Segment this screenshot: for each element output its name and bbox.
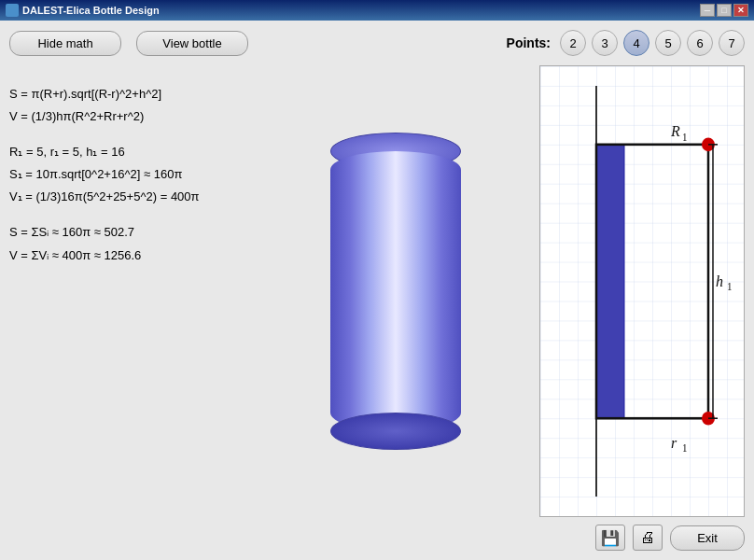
values-section: R₁ = 5, r₁ = 5, h₁ = 16 S₁ = 10π.sqrt[0^… — [9, 142, 252, 209]
svg-text:1: 1 — [727, 281, 732, 292]
maximize-button[interactable]: □ — [717, 4, 732, 17]
svg-text:1: 1 — [682, 442, 687, 454]
main-window: Hide math View bottle Points: 2 3 4 5 6 … — [0, 21, 754, 560]
point-btn-7[interactable]: 7 — [719, 30, 745, 56]
point-btn-5[interactable]: 5 — [655, 30, 681, 56]
minimize-button[interactable]: ─ — [700, 4, 715, 17]
view-bottle-button[interactable]: View bottle — [136, 31, 248, 56]
math-panel: S = π(R+r).sqrt[(R-r)^2+h^2] V = (1/3)hπ… — [9, 65, 252, 517]
app-icon — [6, 4, 19, 17]
values-line3: V₁ = (1/3)16π(5^2+25+5^2) = 400π — [9, 187, 252, 207]
window-controls: ─ □ ✕ — [700, 4, 748, 17]
save-button[interactable]: 💾 — [595, 525, 625, 551]
bottle-3d — [321, 133, 470, 450]
exit-button[interactable]: Exit — [670, 525, 745, 551]
toolbar: Hide math View bottle Points: 2 3 4 5 6 … — [9, 30, 745, 56]
points-section: Points: 2 3 4 5 6 7 — [507, 30, 745, 56]
cylinder-body — [330, 151, 461, 431]
diagram-panel: R 1 r 1 h 1 — [539, 65, 745, 517]
close-button[interactable]: ✕ — [733, 4, 748, 17]
values-line2: S₁ = 10π.sqrt[0^2+16^2] ≈ 160π — [9, 164, 252, 185]
bottle-panel — [261, 65, 530, 517]
svg-rect-3 — [596, 145, 624, 418]
svg-rect-1 — [540, 66, 745, 516]
window-title: DALEST-Elica Bottle Design — [22, 5, 160, 16]
content-area: S = π(R+r).sqrt[(R-r)^2+h^2] V = (1/3)hπ… — [9, 65, 745, 517]
title-bar: DALEST-Elica Bottle Design ─ □ ✕ — [0, 0, 754, 21]
totals-section: S = ΣSᵢ ≈ 160π ≈ 502.7 V = ΣVᵢ ≈ 400π ≈ … — [9, 222, 252, 267]
point-btn-6[interactable]: 6 — [687, 30, 713, 56]
svg-text:r: r — [671, 433, 677, 451]
point-btn-3[interactable]: 3 — [592, 30, 618, 56]
formula-section: S = π(R+r).sqrt[(R-r)^2+h^2] V = (1/3)hπ… — [9, 84, 252, 129]
point-btn-2[interactable]: 2 — [560, 30, 586, 56]
point-btn-4[interactable]: 4 — [623, 30, 649, 56]
points-label: Points: — [507, 35, 551, 50]
diagram-svg: R 1 r 1 h 1 — [540, 66, 745, 516]
total-s: S = ΣSᵢ ≈ 160π ≈ 502.7 — [9, 222, 252, 243]
formula-2: V = (1/3)hπ(R^2+Rr+r^2) — [9, 106, 252, 127]
hide-math-button[interactable]: Hide math — [9, 31, 121, 56]
cylinder-bottom — [330, 413, 461, 450]
footer: 💾 🖨 Exit — [9, 517, 745, 551]
print-button[interactable]: 🖨 — [633, 525, 663, 551]
values-line1: R₁ = 5, r₁ = 5, h₁ = 16 — [9, 142, 252, 162]
svg-text:h: h — [716, 272, 723, 289]
svg-text:1: 1 — [682, 131, 687, 142]
svg-text:R: R — [670, 122, 680, 140]
formula-1: S = π(R+r).sqrt[(R-r)^2+h^2] — [9, 84, 252, 105]
total-v: V = ΣVᵢ ≈ 400π ≈ 1256.6 — [9, 245, 252, 266]
